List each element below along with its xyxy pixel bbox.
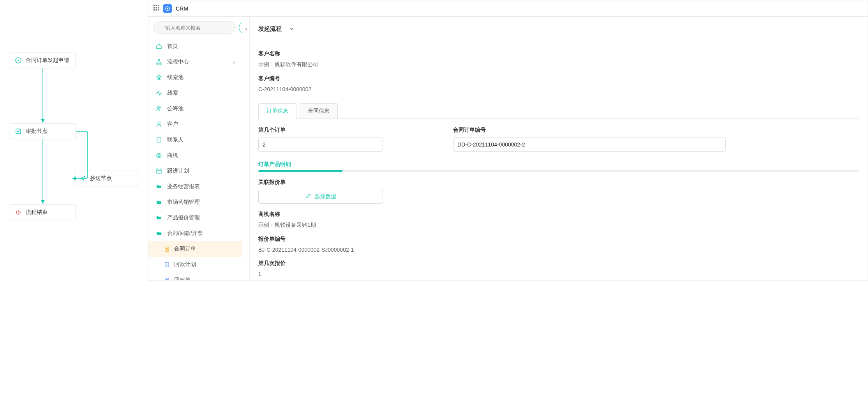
sidebar-item-home[interactable]: 首页 (148, 39, 242, 54)
contract-order-no-label: 合同订单编号 (453, 127, 726, 134)
sidebar-item-leads[interactable]: 线索 (148, 85, 242, 101)
collapse-button[interactable]: « (242, 17, 250, 280)
svg-rect-10 (153, 9, 155, 11)
sidebar-item-label: 合同/回款/开票 (167, 230, 235, 237)
home-icon (155, 43, 162, 49)
customer-no-value: C-20211104-0000002 (258, 86, 859, 92)
contract-order-no-input[interactable] (453, 138, 726, 152)
sidebar-item-opportunity[interactable]: 商机 (148, 148, 242, 163)
detail-section-title: 订单产品明细 (258, 161, 859, 168)
folder-icon (155, 184, 162, 190)
pulse-icon (155, 90, 162, 96)
doc-icon (163, 277, 170, 281)
customer-name-label: 客户名称 (258, 50, 859, 57)
content-area: 发起流程 客户名称 示例：帆软软件有限公司 客户编号 C-20211104-00… (250, 17, 868, 280)
order-index-input[interactable] (258, 138, 383, 152)
doc-icon (163, 262, 170, 268)
quote-no-label: 报价单编号 (258, 236, 859, 243)
svg-rect-6 (158, 5, 159, 6)
opportunity-label: 商机名称 (258, 211, 859, 218)
sidebar-item-publicsea[interactable]: 公海池 (148, 101, 242, 116)
flow-node-cc-label: 抄送节点 (90, 175, 112, 182)
new-button[interactable]: + 新建 (239, 21, 242, 34)
svg-point-22 (158, 122, 160, 124)
approval-icon (15, 128, 22, 135)
svg-rect-23 (157, 138, 161, 142)
quote-index-value: 1 (258, 271, 859, 277)
sidebar-subitem-label: 回款单 (174, 277, 191, 280)
sidebar-subitem-label: 回款计划 (174, 261, 196, 268)
order-index-label: 第几个订单 (258, 127, 422, 134)
select-data-label: 选择数据 (314, 193, 336, 200)
flow-node-start-label: 合同订单发起申请 (26, 57, 69, 64)
search-input[interactable] (153, 21, 236, 34)
sidebar-item-contact[interactable]: 联系人 (148, 132, 242, 148)
power-icon (15, 209, 22, 216)
sidebar-item-label: 跟进计划 (167, 168, 235, 175)
user-group-icon (155, 106, 162, 112)
svg-rect-7 (153, 7, 155, 9)
tab-order-info[interactable]: 订单信息 (258, 103, 296, 118)
sidebar-subitem-payback[interactable]: 回款单 (148, 272, 242, 280)
progress-bar (258, 170, 859, 172)
flow-connectors (0, 0, 148, 281)
sidebar-item-label: 联系人 (167, 136, 235, 143)
sidebar-item-workflow-center[interactable]: 流程中心› (148, 54, 242, 70)
sidebar-item-contract-folder[interactable]: 合同/回款/开票 (148, 226, 242, 241)
apps-grid-icon[interactable] (153, 5, 159, 12)
doc-icon (163, 246, 170, 252)
link-icon (305, 193, 311, 200)
sidebar-item-label: 商机 (167, 152, 235, 159)
svg-rect-18 (157, 63, 158, 64)
sidebar-item-marketing[interactable]: 市场营销管理 (148, 194, 242, 210)
sidebar-item-label: 公海池 (167, 105, 235, 112)
sidebar-item-label: 客户 (167, 121, 235, 128)
sidebar-subitem-label: 合同订单 (174, 245, 196, 252)
sidebar-item-followup[interactable]: 跟进计划 (148, 163, 242, 179)
svg-point-20 (157, 107, 159, 109)
sidebar: + 新建 首页 流程中心› 线索池 线索 公海池 客户 联系人 商机 跟进计划 … (148, 17, 242, 280)
folder-icon (155, 199, 162, 205)
svg-rect-19 (160, 63, 161, 64)
sidebar-subitem-payback-plan[interactable]: 回款计划 (148, 257, 242, 272)
sidebar-item-label: 市场营销管理 (167, 199, 235, 206)
chevron-down-icon (289, 26, 294, 32)
header: CRM (148, 0, 868, 17)
quote-index-label: 第几次报价 (258, 260, 859, 267)
sidebar-item-label: 首页 (167, 43, 235, 50)
flowchart-panel: 合同订单发起申请 审批节点 抄送节点 流程结束 (0, 0, 148, 281)
sidebar-item-leadpool[interactable]: 线索池 (148, 70, 242, 85)
flow-node-end[interactable]: 流程结束 (10, 205, 76, 220)
select-data-button[interactable]: 选择数据 (258, 190, 383, 204)
brand-icon (163, 4, 172, 13)
svg-rect-34 (165, 247, 168, 251)
app-title: CRM (176, 5, 188, 12)
layers-icon (155, 74, 162, 81)
flow-node-start[interactable]: 合同订单发起申请 (10, 53, 76, 68)
quote-link-label: 关联报价单 (258, 179, 859, 186)
chevron-right-icon: › (233, 59, 235, 65)
sidebar-item-bizreport[interactable]: 业务经营报表 (148, 179, 242, 194)
send-icon (79, 175, 86, 182)
folder-open-icon (155, 230, 162, 236)
sidebar-subitem-contract-order[interactable]: 合同订单 (148, 241, 242, 257)
tab-contract-info[interactable]: 合同信息 (300, 103, 338, 118)
opportunity-value: 示例：帆软设备采购1期 (258, 222, 859, 229)
sidebar-item-pricing[interactable]: 产品报价管理 (148, 210, 242, 226)
svg-rect-8 (156, 7, 157, 9)
svg-rect-30 (157, 169, 161, 173)
sidebar-item-label: 线索池 (167, 74, 235, 81)
sidebar-item-customer[interactable]: 客户 (148, 116, 242, 132)
svg-rect-4 (153, 5, 155, 6)
flow-node-approval[interactable]: 审批节点 (10, 124, 76, 139)
svg-rect-37 (165, 262, 168, 266)
svg-point-14 (167, 8, 168, 9)
svg-rect-11 (156, 9, 157, 11)
customer-name-value: 示例：帆软软件有限公司 (258, 61, 859, 68)
flow-node-end-label: 流程结束 (26, 209, 48, 216)
flow-node-cc[interactable]: 抄送节点 (74, 171, 138, 186)
workflow-dropdown[interactable]: 发起流程 (258, 22, 294, 35)
tabs: 订单信息 合同信息 (258, 103, 859, 119)
target-icon (155, 152, 162, 159)
svg-rect-9 (158, 7, 159, 9)
